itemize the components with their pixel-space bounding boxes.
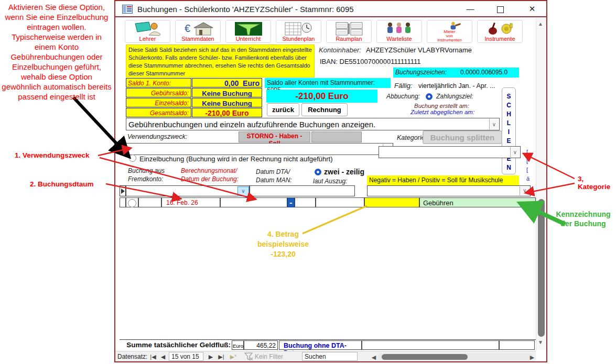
toolbar-button-lehrer[interactable]: Lehrer (125, 20, 170, 43)
tutorial-note: Aktivieren Sie diese Option, wenn Sie ei… (1, 2, 112, 102)
saldo-1-konto-label: Saldo 1. Konto: (128, 80, 171, 87)
row-radio[interactable] (128, 199, 136, 207)
filter-status-label[interactable]: Kein Filter (255, 353, 283, 360)
abbuchung-label: Abbuchung: (386, 93, 420, 100)
grid-cell[interactable] (138, 197, 161, 207)
grid-cell-amount[interactable] (364, 197, 419, 207)
grid-cell-option[interactable] (126, 197, 138, 207)
zahlungsziel-label: Zahlungsziel: (436, 93, 473, 100)
grid-cell-minus[interactable]: - (287, 197, 295, 207)
new-record-button[interactable]: ▶* (228, 352, 239, 361)
instruments-icon (485, 21, 515, 36)
summary-value-box: 465,22 (244, 340, 278, 350)
einzelbuchung-radio[interactable] (129, 155, 136, 162)
vertical-scrollbar-thumb[interactable] (538, 199, 545, 337)
grid-cell-date[interactable]: 16. Feb. 26 (161, 197, 220, 207)
toolbar-button-stundenplan[interactable]: Stundenplan (276, 20, 321, 43)
toolbar-button-stammdaten[interactable]: € Stammdaten (175, 20, 221, 43)
close-button[interactable]: ✕ (524, 4, 540, 15)
gesamtsaldo-value: -210,00 Euro (205, 109, 248, 117)
toolbar-button-warteliste[interactable]: Warteliste (376, 20, 422, 43)
annotation-kennzeichnung: Kennzeichnung der Buchung (550, 209, 616, 228)
grid-cell[interactable] (295, 197, 316, 207)
booking-filter-dropdown[interactable]: Gebührenbuchungen und einzeln aufzuführe… (126, 118, 500, 130)
horizontal-scrollbar-track[interactable] (377, 353, 533, 360)
minimize-button[interactable]: — (462, 4, 478, 15)
scroll-up-icon[interactable]: ▲ (538, 21, 543, 27)
summary-currency-box: Euro (232, 340, 244, 350)
zweizeilig-radio[interactable] (315, 169, 321, 175)
annotation-betrag: 4. Betrag beispielsweise -123,20 (244, 229, 322, 259)
grid-filter-field[interactable] (250, 185, 355, 196)
saldo-row-label: Saldo 1. Konto: (126, 78, 191, 87)
record-position-box[interactable]: 15 von 15 (169, 352, 203, 361)
verwendungszweck-combobox[interactable]: ∨ (126, 143, 393, 155)
hscroll-right-button[interactable]: ▶ (528, 352, 536, 362)
chevron-down-icon[interactable]: ∨ (237, 186, 249, 196)
storno-secondary-button[interactable] (311, 131, 362, 142)
svg-text:€: € (185, 23, 190, 34)
toolbar-button-label: Stundenplan (283, 36, 315, 42)
saldo-info-box: Diese Saldi Saldi beziehen sich auf das … (126, 45, 315, 78)
chevron-down-icon[interactable]: ∨ (489, 119, 499, 129)
chevron-down-icon[interactable]: ∨ (510, 147, 520, 157)
first-record-button[interactable]: |◀ (148, 352, 158, 361)
summary-separator (120, 339, 536, 340)
split-booking-button[interactable]: Buchung splitten (423, 130, 502, 144)
berechnungsmonat-label: Berechnungsmonat/ Datum der Buchung: (181, 167, 239, 183)
saldo-row-label: Gesamtsaldo: (126, 108, 191, 117)
grid-cell[interactable] (220, 197, 287, 207)
grid-cell[interactable] (316, 197, 364, 207)
toolbar-button-raumplan[interactable]: Raumplan (326, 20, 372, 43)
buchungszeichen-bar: Buchungszeichen: 0.0000.006095.0 (393, 68, 519, 78)
toolbar-button-label: Stammdaten (181, 36, 214, 42)
tutorial-note-paragraph-2: Typischerweise werden in einem Konto Geb… (1, 32, 112, 102)
horizontal-scrollbar-thumb[interactable] (382, 354, 468, 360)
toolbar-button-label: Lehrer (139, 36, 156, 42)
toolbar-button-instrumente[interactable]: Instrumente (477, 20, 523, 43)
summary-empty-box (362, 340, 499, 350)
grid-filter-combo-left[interactable]: ∨ (126, 185, 250, 196)
negativ-hint: Negativ = Haben / Positiv = Soll für Mus… (367, 175, 519, 185)
grid-row-selector[interactable] (120, 197, 126, 207)
kategorie-combobox[interactable]: ∨ (379, 146, 521, 158)
instrument-renters-icon (435, 21, 464, 30)
filter-icon (244, 352, 254, 361)
saldo-row-value: 0,00 Euro (192, 78, 262, 87)
saldo-row-value: Keine Buchung (192, 98, 262, 107)
search-input[interactable]: Suchen (302, 352, 358, 361)
next-record-button[interactable]: ▶ (207, 352, 215, 361)
zweizeilig-label: zwei - zeilig (324, 168, 364, 176)
verwendungszweck-label: Verwendungszweck: (127, 133, 187, 140)
schliessen-button[interactable]: S C H L I E ß E N (502, 87, 516, 174)
hscroll-left-button[interactable]: ◀ (370, 352, 377, 362)
saldo-1-konto-value: 0,00 Euro (224, 79, 260, 87)
last-record-button[interactable]: ▶| (216, 352, 226, 361)
app-window: Buchungen - Schülerkonto 'AHZEYZSchüler'… (114, 0, 547, 362)
waitlist-icon (385, 21, 414, 36)
vertical-scrollbar-track[interactable]: ▲ ▼ (536, 18, 546, 350)
summary-label: Summe tatsächlicher Geldfluß: (121, 340, 231, 350)
faellig-value: vierteljährlich Jan. - Apr. ... (418, 82, 495, 90)
previous-record-button[interactable]: ◀ (159, 352, 167, 361)
datum-dta-label: Datum DTA/ Datum MAN: (256, 168, 292, 184)
gebuehrsaldo-label: Gebührsaldo: (151, 90, 189, 97)
title-bar: Buchungen - Schülerkonto 'AHZEYZSchüler'… (115, 1, 546, 17)
buchungszeichen-value: 0.0000.006095.0 (460, 69, 507, 76)
back-button[interactable]: zurück (267, 103, 299, 116)
grid-filter-combo-right[interactable]: ∨ (367, 185, 531, 196)
toolbar-button-label: Instrumente (484, 36, 515, 42)
maximize-button[interactable] (497, 6, 504, 13)
abbuchung-radio[interactable] (426, 93, 433, 100)
chevron-down-icon[interactable]: ∨ (520, 186, 529, 195)
invoice-button[interactable]: Rechnung (301, 103, 348, 116)
storno-button[interactable]: STORNO - Haben - Soll (239, 131, 310, 142)
scroll-down-icon[interactable]: ▼ (538, 339, 543, 345)
tutorial-note-paragraph-1: Aktivieren Sie diese Option, wenn Sie ei… (1, 2, 112, 32)
booking-filter-dropdown-text: Gebührenbuchungen und einzeln aufzuführe… (128, 120, 375, 129)
grid-cell-kennzeichnung[interactable]: Gebühren (419, 197, 536, 207)
annotation-verwendungszweck: 1. Verwendungszweck (15, 151, 90, 159)
toolbar-button-unterricht[interactable]: Unterricht (225, 20, 271, 43)
toolbar-button-mieter[interactable]: Mieter von Instrumenten (427, 20, 472, 43)
gebuehrsaldo-value: Keine Buchung (202, 90, 252, 97)
